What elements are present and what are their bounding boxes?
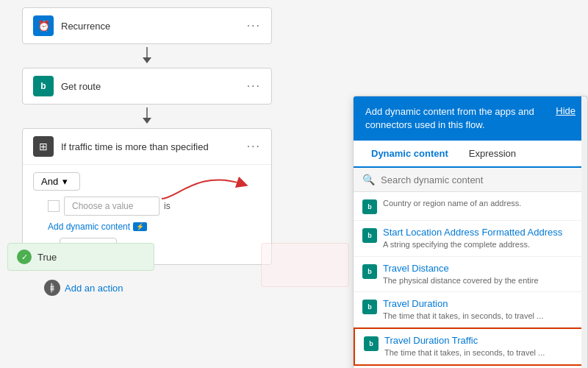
- get-route-title: Get route: [61, 81, 247, 92]
- item-text: Travel Duration The time that it takes, …: [383, 298, 578, 321]
- false-panel: [261, 243, 349, 287]
- search-area: 🔍: [354, 168, 587, 192]
- get-route-card[interactable]: b Get route ···: [22, 68, 272, 105]
- item-text: Travel Distance The physical distance co…: [383, 263, 578, 286]
- scrollbar[interactable]: [581, 96, 587, 368]
- list-item[interactable]: b Travel Distance The physical distance …: [354, 257, 587, 292]
- panel-header: Add dynamic content from the apps and co…: [354, 96, 587, 141]
- item-text: Country or region name of an address.: [383, 198, 578, 208]
- condition-title: If traffic time is more than specified: [61, 141, 247, 152]
- item-title: Start Location Address Formatted Address: [383, 227, 578, 238]
- item-title: Travel Duration Traffic: [384, 335, 577, 346]
- bing-icon: b: [362, 300, 377, 314]
- bing-icon: b: [362, 199, 377, 214]
- tab-expression[interactable]: Expression: [459, 141, 526, 166]
- item-desc: The time that it takes, in seconds, to t…: [384, 347, 577, 358]
- condition-row: Choose a value is: [48, 197, 261, 216]
- svg-text:≡: ≡: [50, 283, 54, 292]
- main-area: ⏰ Recurrence ··· b Get route ···: [0, 0, 588, 368]
- add-dynamic-label: Add dynamic content: [48, 222, 130, 232]
- arrow-1: [22, 47, 272, 65]
- tab-dynamic-content[interactable]: Dynamic content: [361, 141, 459, 168]
- item-text: Start Location Address Formatted Address…: [383, 227, 578, 250]
- bing-icon: b: [364, 336, 379, 351]
- item-title: Travel Distance: [383, 263, 578, 274]
- bing-icon: b: [362, 228, 377, 243]
- add-dynamic-content-link[interactable]: Add dynamic content ⚡: [48, 222, 261, 232]
- chevron-down-icon: ▾: [62, 176, 68, 187]
- dynamic-content-panel: Add dynamic content from the apps and co…: [353, 96, 588, 368]
- condition-icon: ⊞: [33, 136, 54, 157]
- svg-marker-3: [143, 118, 151, 124]
- search-input[interactable]: [381, 174, 578, 185]
- dynamic-badge-icon: ⚡: [133, 222, 147, 231]
- item-desc: The time that it takes, in seconds, to t…: [383, 311, 578, 321]
- list-item[interactable]: b Start Location Address Formatted Addre…: [354, 221, 587, 256]
- add-action-button[interactable]: ≡ Add an action: [44, 280, 123, 296]
- item-text: Travel Duration Traffic The time that it…: [384, 335, 577, 358]
- and-label: And: [41, 176, 58, 187]
- list-item[interactable]: b Country or region name of an address.: [354, 192, 587, 221]
- clock-icon: ⏰: [33, 15, 54, 36]
- list-item-travel-duration-traffic[interactable]: b Travel Duration Traffic The time that …: [354, 328, 587, 365]
- item-title: Travel Duration: [383, 298, 578, 309]
- panel-header-text: Add dynamic content from the apps and co…: [365, 105, 548, 132]
- condition-more[interactable]: ···: [247, 140, 261, 153]
- panel-content-list: b Country or region name of an address. …: [354, 192, 587, 368]
- condition-header: ⊞ If traffic time is more than specified…: [23, 129, 271, 165]
- add-action-label: Add an action: [65, 283, 123, 294]
- true-card: ✓ True: [7, 243, 154, 271]
- is-label: is: [164, 201, 171, 211]
- svg-marker-1: [143, 57, 151, 63]
- choose-value-placeholder: Choose a value: [72, 201, 133, 211]
- and-dropdown[interactable]: And ▾: [33, 172, 80, 191]
- item-desc: The physical distance covered by the ent…: [383, 275, 578, 286]
- get-route-more[interactable]: ···: [247, 79, 261, 93]
- item-desc: A string specifying the complete address…: [383, 239, 578, 250]
- bing-icon-route: b: [33, 76, 54, 96]
- choose-value-input[interactable]: Choose a value: [64, 197, 159, 216]
- arrow-2: [22, 107, 272, 125]
- check-icon: ✓: [17, 250, 32, 264]
- item-desc: Country or region name of an address.: [383, 198, 578, 208]
- true-label: True: [37, 252, 57, 263]
- panel-tabs: Dynamic content Expression: [354, 141, 587, 168]
- search-icon: 🔍: [362, 174, 375, 185]
- list-item[interactable]: b Travel Duration The time that it takes…: [354, 292, 587, 328]
- recurrence-card[interactable]: ⏰ Recurrence ···: [22, 7, 272, 44]
- add-action-icon: ≡: [44, 280, 60, 296]
- bing-icon: b: [362, 264, 377, 279]
- hide-button[interactable]: Hide: [556, 105, 576, 116]
- recurrence-more[interactable]: ···: [247, 19, 261, 32]
- condition-checkbox[interactable]: [48, 200, 60, 212]
- recurrence-title: Recurrence: [61, 21, 247, 32]
